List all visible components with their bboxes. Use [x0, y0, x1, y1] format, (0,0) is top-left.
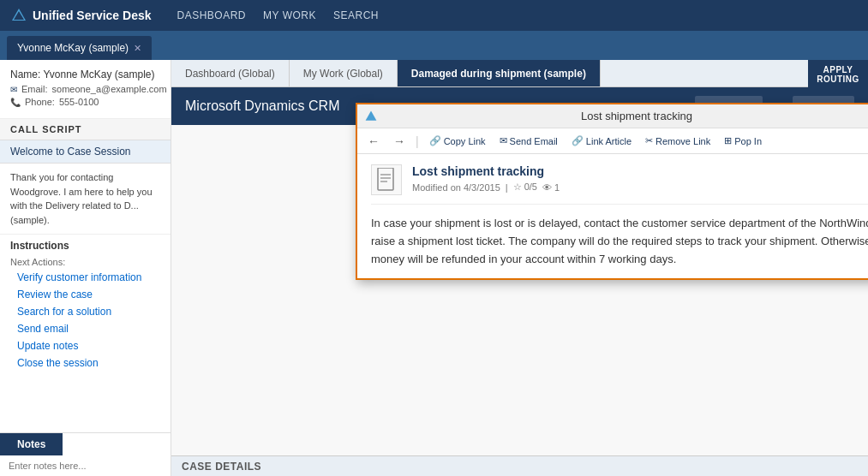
tab-yvonne-mckay[interactable]: Yvonne McKay (sample) ✕: [7, 36, 152, 60]
kb-link-article-button[interactable]: 🔗 Link Article: [568, 134, 635, 148]
right-content: Dashboard (Global) My Work (Global) Dama…: [171, 60, 868, 476]
copy-link-label: Copy Link: [444, 136, 486, 146]
kb-article-icon: [371, 164, 402, 195]
crm-tab-row: Dashboard (Global) My Work (Global) Dama…: [171, 60, 868, 87]
apply-routing-label[interactable]: APPLY ROUTING: [808, 60, 868, 89]
tab-label: Yvonne McKay (sample): [17, 42, 129, 54]
kb-content: Lost shipment tracking Modified on 4/3/2…: [357, 154, 868, 278]
kb-send-email-button[interactable]: ✉ Send Email: [496, 134, 561, 148]
copy-link-icon: 🔗: [429, 135, 441, 146]
app-logo: Unified Service Desk: [10, 7, 152, 24]
left-sidebar: Name: Yvonne McKay (sample) ✉ Email: som…: [0, 60, 171, 476]
kb-toolbar-sep1: |: [416, 134, 419, 148]
contact-email-value: someone_a@example.com: [52, 84, 167, 94]
kb-window-title: Lost shipment tracking: [383, 110, 868, 122]
svg-rect-3: [378, 168, 393, 190]
action-verify-customer[interactable]: Verify customer information: [0, 269, 171, 286]
send-email-label: Send Email: [510, 136, 558, 146]
kb-title-bar: Lost shipment tracking ─ □ ✕: [357, 104, 868, 128]
contact-name-row: Name: Yvonne McKay (sample): [10, 68, 160, 80]
kb-toolbar: ← → | 🔗 Copy Link ✉ Send Email 🔗 Link Ar…: [357, 128, 868, 154]
logo-icon: [10, 7, 27, 24]
app-title: Unified Service Desk: [33, 9, 152, 22]
nav-search[interactable]: SEARCH: [333, 9, 379, 21]
kb-article: Lost shipment tracking Modified on 4/3/2…: [357, 154, 868, 278]
tab-close-icon[interactable]: ✕: [134, 43, 141, 54]
kb-article-title: Lost shipment tracking: [412, 164, 560, 178]
case-details-bar: CASE DETAILS: [171, 455, 868, 476]
kb-back-button[interactable]: ←: [364, 133, 383, 150]
notes-input[interactable]: [0, 455, 171, 476]
call-script-title: Welcome to Case Session: [0, 140, 171, 164]
action-send-email[interactable]: Send email: [0, 320, 171, 337]
pop-in-icon: ⊞: [724, 135, 732, 146]
kb-article-meta: Modified on 4/3/2015 | ☆ 0/5 👁 1: [412, 181, 560, 193]
kb-article-body: In case your shipment is lost or is dela…: [371, 215, 868, 268]
contact-name-value: Yvonne McKay (sample): [43, 68, 154, 80]
main-area: Name: Yvonne McKay (sample) ✉ Email: som…: [0, 60, 868, 476]
action-search-solution[interactable]: Search for a solution: [0, 303, 171, 320]
contact-info: Name: Yvonne McKay (sample) ✉ Email: som…: [0, 60, 171, 119]
action-update-notes[interactable]: Update notes: [0, 337, 171, 354]
kb-logo-icon: [364, 110, 378, 123]
top-nav-bar: Unified Service Desk DASHBOARD MY WORK S…: [0, 0, 868, 31]
contact-email-label: Email:: [21, 84, 48, 94]
instructions-label: Instructions: [0, 235, 171, 253]
svg-marker-2: [366, 110, 377, 120]
tab-damaged-shipment[interactable]: Damaged during shipment (sample): [398, 60, 601, 86]
remove-link-icon: ✂: [645, 135, 653, 146]
kb-remove-link-button[interactable]: ✂ Remove Link: [642, 134, 714, 148]
pop-in-label: Pop In: [734, 136, 762, 146]
kb-pop-in-button[interactable]: ⊞ Pop In: [721, 134, 765, 148]
contact-email-row: ✉ Email: someone_a@example.com: [10, 84, 160, 94]
kb-window: Lost shipment tracking ─ □ ✕ ← → | 🔗 Cop…: [356, 103, 868, 280]
contact-phone-value: 555-0100: [59, 97, 99, 107]
action-review-case[interactable]: Review the case: [0, 286, 171, 303]
kb-separator: |: [506, 182, 508, 193]
tab-my-work-global[interactable]: My Work (Global): [290, 60, 398, 86]
kb-article-info: Lost shipment tracking Modified on 4/3/2…: [412, 164, 560, 193]
call-script-header: CALL SCRIPT: [0, 119, 171, 140]
kb-copy-link-button[interactable]: 🔗 Copy Link: [426, 134, 489, 148]
kb-views: 👁 1: [542, 182, 560, 193]
contact-name-label: Name:: [10, 68, 40, 80]
link-article-label: Link Article: [586, 136, 632, 146]
phone-icon: 📞: [10, 98, 21, 107]
tab-row: Yvonne McKay (sample) ✕: [0, 31, 868, 60]
nav-dashboard[interactable]: DASHBOARD: [177, 9, 247, 21]
remove-link-label: Remove Link: [655, 136, 710, 146]
next-actions-label: Next Actions:: [0, 253, 171, 269]
case-details-label: CASE DETAILS: [182, 461, 261, 473]
contact-phone-row: 📞 Phone: 555-0100: [10, 97, 160, 107]
kb-modified-date: Modified on 4/3/2015: [412, 182, 500, 193]
call-script-section: CALL SCRIPT Welcome to Case Session Than…: [0, 119, 171, 432]
action-close-session[interactable]: Close the session: [0, 354, 171, 372]
contact-phone-label: Phone:: [25, 97, 55, 107]
notes-tab[interactable]: Notes: [0, 433, 63, 455]
kb-rating: ☆ 0/5: [513, 181, 537, 193]
kb-forward-button[interactable]: →: [390, 133, 409, 150]
notes-section: Notes: [0, 432, 171, 476]
call-script-body: Thank you for contacting Woodgrove. I am…: [0, 164, 171, 235]
kb-article-header: Lost shipment tracking Modified on 4/3/2…: [371, 164, 868, 205]
top-nav-links: DASHBOARD MY WORK SEARCH: [177, 9, 379, 21]
document-icon: [376, 168, 397, 192]
send-email-icon: ✉: [500, 135, 507, 146]
email-icon: ✉: [10, 85, 17, 94]
nav-my-work[interactable]: MY WORK: [263, 9, 316, 21]
link-article-icon: 🔗: [572, 135, 584, 146]
tab-dashboard-global[interactable]: Dashboard (Global): [171, 60, 290, 86]
